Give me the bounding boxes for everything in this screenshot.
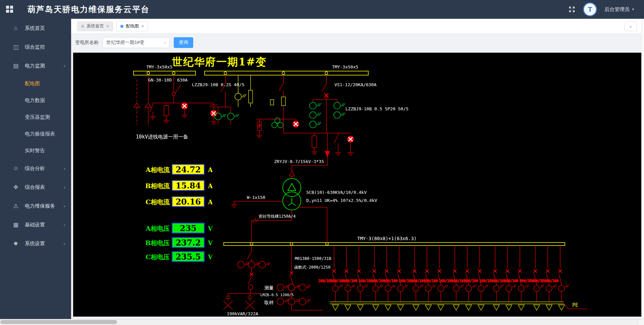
lv-feeder: 160/160	[492, 246, 516, 310]
avatar[interactable]: T	[583, 2, 597, 16]
sidebar-item-transformer-monitor[interactable]: 变压器监测	[0, 109, 71, 125]
feeder-rating-label: 160/160	[343, 279, 357, 283]
tab-close-icon[interactable]: ×	[106, 24, 109, 29]
sidebar-item-analysis[interactable]: ☺ 综合分析 ∨	[0, 159, 71, 178]
feeder-rating-label: 160/160	[504, 279, 518, 283]
chevron-down-icon: ∨	[63, 185, 66, 189]
horizontal-scrollbar[interactable]	[0, 319, 644, 325]
hv-bus-1	[133, 71, 196, 75]
sidebar-item-label: 系统设置	[25, 240, 45, 247]
sidebar-item-power-extremes-report[interactable]: 电力极值报表	[0, 125, 71, 142]
lv-feeder: 160/160	[383, 246, 408, 310]
sidebar-item-system-settings[interactable]: ☻ 系统设置 ∨	[0, 234, 71, 253]
feeder-rating-label: 160/160	[383, 279, 397, 283]
current-c-value: 20.16	[175, 197, 201, 207]
feeder-rating-label: 160/160	[492, 279, 506, 283]
diagram-title: 世纪华府一期1#变	[172, 56, 267, 68]
tab-list-dropdown-button[interactable]: ∨	[625, 22, 637, 31]
app-window: 葫芦岛天骄电力维保服务云平台 T 后台管理员 ▼ ⌂ 系统首页 ◫ 综合监控	[0, 0, 644, 325]
hv-bus-2	[205, 71, 368, 75]
transformer-model-label: SCB(10)-630KVA/10/0.4kV	[306, 190, 367, 195]
lv-feeder: 160/160	[424, 246, 448, 310]
user-menu[interactable]: 后台管理员 ▼	[604, 6, 635, 13]
lv-capacitor-branch	[223, 246, 270, 310]
sidebar-item-power-monitor[interactable]: ▤ 电力监测 ∧	[0, 56, 71, 75]
feeder-rating-label: 160/160	[359, 279, 373, 283]
user-name-label: 后台管理员	[604, 6, 630, 13]
scrollbar-thumb[interactable]	[0, 320, 117, 324]
home-icon: ⌂	[12, 25, 19, 32]
vertical-scrollbar[interactable]	[641, 19, 644, 319]
ct-metering-label: LZZBJ9-10B 0.2S 40/5	[192, 82, 245, 87]
lv-feeder: 160/160	[343, 246, 368, 310]
sidebar-item-realtime-alerts[interactable]: 实时警告	[0, 142, 71, 159]
sidebar-item-basic-settings[interactable]: ▦ 基础设置 ∨	[0, 215, 71, 234]
lv-bus-label: TMY-3(80x8)+1(63x6.3)	[357, 236, 417, 241]
voltage-a-unit: V	[208, 225, 213, 232]
transformer-vector-label: D,yn11 UK=4% 10?x2.5%/0.4kV	[306, 198, 377, 203]
feeder-rating-label: 400/350	[520, 279, 534, 283]
current-c-unit: A	[208, 199, 213, 206]
sidebar-item-distribution-diagram[interactable]: 配电图	[0, 75, 71, 92]
tab-label: 系统首页	[87, 23, 104, 29]
feeder-rating-label: 160/160	[439, 279, 453, 283]
transformer-symbol	[283, 178, 301, 210]
capacitor-label: 190kVAR/322A	[227, 311, 258, 316]
feeder-rating-label: 160/160	[371, 279, 385, 283]
feeder-rating-label: 160/160	[318, 279, 332, 283]
query-button[interactable]: 查询	[174, 37, 193, 48]
sidebar-item-label: 变压器监测	[25, 114, 50, 120]
sidebar-item-home[interactable]: ⌂ 系统首页	[0, 19, 71, 38]
substation-select[interactable]: 世纪华府一期1#变 ∨	[103, 37, 170, 48]
document-icon: ▤	[12, 62, 19, 69]
header-right: T 后台管理员 ▼	[568, 2, 635, 16]
sidebar-item-label: 实时警告	[25, 148, 45, 154]
lv-feeder: 160/160	[359, 246, 383, 310]
substation-select-value: 世纪华府一期1#变	[106, 40, 145, 46]
main-breaker-label: M01380-1500/31B	[295, 256, 331, 261]
warning-icon: ⚠	[12, 203, 19, 210]
busway-label: 密封导线槽1250A/4	[259, 214, 296, 219]
feeder-rating-label: 160/160	[424, 279, 438, 283]
main-content: 系统首页 × 配电图 × ∨ 变电所名称 世纪华府一期1#变 ∨ 查询	[71, 19, 644, 319]
current-c-label: C相电流	[146, 198, 170, 206]
meter-ct-label: LMZB-0.5 1200/5	[260, 293, 293, 297]
lv-metering-branch	[277, 246, 323, 310]
main-ct-label: 函数式-2000/1250	[294, 265, 330, 270]
cable-label: ZRYJV-8.7/15kV-3*35	[274, 159, 324, 164]
menu-grid-icon[interactable]	[6, 6, 13, 13]
bus1-label: TMY-3x50x5	[146, 64, 172, 69]
feeder-rating-label: 160/160	[479, 279, 493, 283]
lv-bus	[224, 242, 565, 246]
sidebar-item-reports[interactable]: ✥ 综合报表 ∨	[0, 178, 71, 197]
current-a-label: A相电流	[145, 166, 170, 173]
tab-close-icon[interactable]: ×	[141, 24, 144, 29]
tab-distribution-diagram[interactable]: 配电图 ×	[116, 21, 148, 31]
lv-feeder: 160/160	[479, 246, 504, 310]
sidebar-item-label: 电力维保服务	[25, 203, 55, 209]
monitor-icon: ◫	[12, 44, 19, 51]
bus2-label: TMY-3x50x5	[332, 64, 358, 69]
sidebar-item-maintenance-service[interactable]: ⚠ 电力维保服务 ∨	[0, 197, 71, 215]
sample-label: 取样	[264, 300, 274, 305]
diagram-canvas: 世纪华府一期1#变 TMY-3x50x5 TMY-3x50x5	[73, 53, 642, 317]
tab-label: 配电图	[126, 23, 139, 29]
sidebar-item-power-data[interactable]: 电力数据	[0, 92, 71, 109]
sidebar-item-monitoring[interactable]: ◫ 综合监控	[0, 38, 71, 56]
user-icon: ☻	[12, 240, 19, 247]
feeder-rating-label: 160/160	[464, 279, 478, 283]
fullscreen-icon[interactable]	[568, 6, 576, 13]
feeder-rating-label: 100/100	[544, 279, 558, 283]
incoming-note: 10kV进线电源一用一备	[136, 134, 188, 140]
lv-feeder: 400/350	[532, 246, 556, 310]
lv-feeder: 160/160	[411, 246, 436, 310]
voltage-a-label: A相电压	[145, 225, 170, 232]
lv-feeder: 160/160	[451, 246, 476, 310]
app-title: 葫芦岛天骄电力维保服务云平台	[28, 4, 150, 15]
tab-system-home[interactable]: 系统首页 ×	[77, 21, 113, 31]
lv-feeder: 160/160	[318, 246, 343, 310]
voltage-c-unit: V	[208, 254, 213, 261]
lv-feeder: 160/160	[504, 246, 529, 310]
feeder-rating-label: 400/350	[532, 279, 546, 283]
sidebar-item-label: 系统首页	[25, 25, 45, 32]
